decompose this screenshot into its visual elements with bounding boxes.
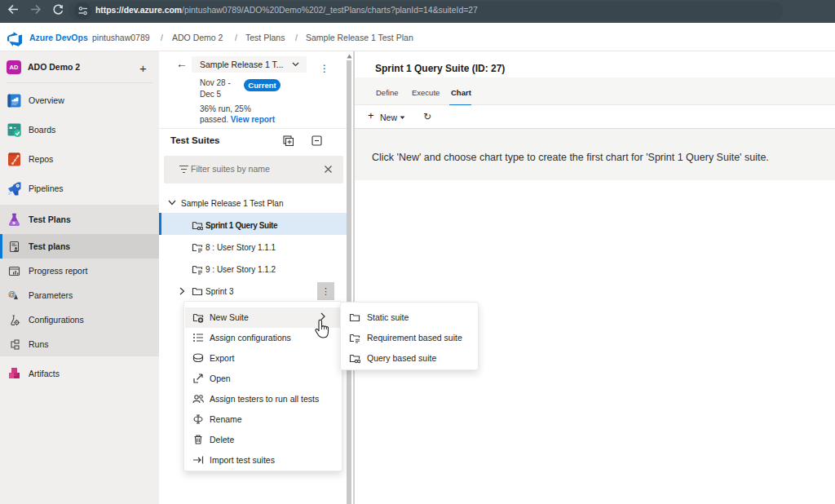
svg-text:@: @ (8, 290, 15, 298)
